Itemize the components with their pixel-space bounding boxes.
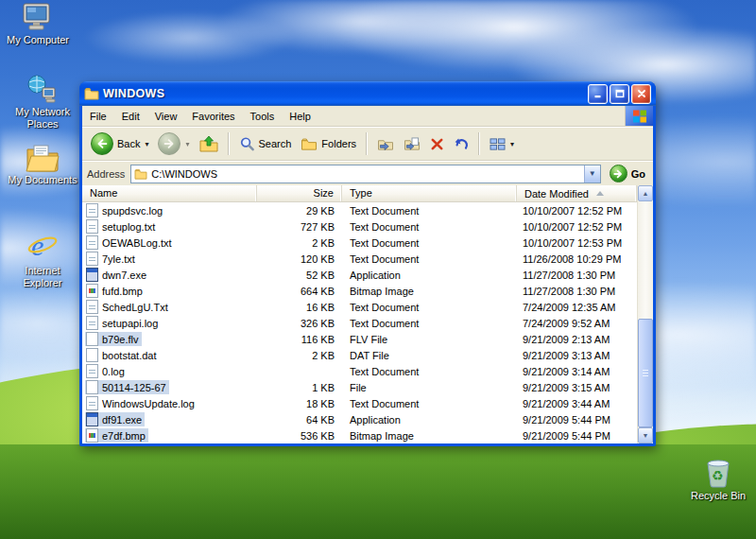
- file-row[interactable]: 0.log Text Document 9/21/2009 3:14 AM: [82, 363, 637, 379]
- file-date-modified: 10/10/2007 12:53 PM: [517, 237, 637, 249]
- file-type: Application: [342, 414, 517, 426]
- forward-dropdown-icon: ▾: [185, 140, 189, 148]
- file-date-modified: 9/21/2009 3:15 AM: [517, 382, 637, 393]
- file-name-box: OEWABLog.txt: [85, 235, 175, 250]
- file-name-box: WindowsUpdate.log: [85, 396, 198, 410]
- scrollbar-thumb[interactable]: [638, 319, 653, 427]
- desktop-icon-internet-explorer[interactable]: e Internet Explorer: [7, 229, 78, 289]
- file-type: Text Document: [342, 253, 517, 265]
- column-header-type[interactable]: Type: [342, 185, 517, 201]
- file-type: Text Document: [342, 366, 517, 377]
- list-header: Name Size Type Date Modified: [82, 185, 637, 202]
- desktop-icon-recycle-bin[interactable]: ♻ Recycle Bin: [682, 456, 754, 502]
- file-size: 16 KB: [257, 302, 342, 313]
- forward-button[interactable]: ▾: [154, 130, 193, 157]
- minimize-button[interactable]: [588, 84, 608, 104]
- file-type: Bitmap Image: [342, 286, 517, 297]
- menu-help[interactable]: Help: [282, 106, 318, 126]
- folders-label: Folders: [321, 138, 356, 149]
- desktop[interactable]: My Computer My Network Places My Documen…: [0, 0, 756, 539]
- address-dropdown-button[interactable]: ▼: [584, 165, 600, 183]
- file-name: OEWABLog.txt: [102, 237, 172, 249]
- file-row[interactable]: fufd.bmp 664 KB Bitmap Image 11/27/2008 …: [82, 283, 637, 299]
- address-combo[interactable]: C:\WINDOWS ▼: [130, 165, 600, 183]
- file-row[interactable]: SchedLgU.Txt 16 KB Text Document 7/24/20…: [82, 299, 637, 315]
- search-icon: [239, 136, 255, 152]
- file-row[interactable]: 50114-125-67 1 KB File 9/21/2009 3:15 AM: [82, 379, 637, 395]
- scroll-up-button[interactable]: ▲: [638, 185, 653, 201]
- back-label: Back: [117, 138, 140, 149]
- scroll-down-button[interactable]: ▼: [638, 427, 653, 443]
- sort-ascending-icon: [596, 191, 604, 196]
- file-size: 326 KB: [257, 318, 342, 329]
- menu-file[interactable]: File: [82, 106, 114, 126]
- maximize-icon: [615, 89, 625, 98]
- file-row[interactable]: e7df.bmp 536 KB Bitmap Image 9/21/2009 5…: [82, 427, 637, 443]
- file-row[interactable]: setupapi.log 326 KB Text Document 7/24/2…: [82, 315, 637, 331]
- file-type-icon: [86, 428, 98, 443]
- desktop-icon-label: Recycle Bin: [682, 490, 754, 502]
- file-row[interactable]: WindowsUpdate.log 18 KB Text Document 9/…: [82, 395, 637, 411]
- file-name: fufd.bmp: [102, 286, 143, 297]
- file-row[interactable]: b79e.flv 116 KB FLV File 9/21/2009 2:13 …: [82, 331, 637, 347]
- file-name-box: 0.log: [85, 364, 128, 378]
- up-button[interactable]: [196, 133, 222, 154]
- file-name-box: SchedLgU.Txt: [85, 300, 171, 314]
- file-row[interactable]: dwn7.exe 52 KB Application 11/27/2008 1:…: [82, 267, 637, 283]
- file-name-box: 7yle.txt: [85, 252, 138, 266]
- search-button[interactable]: Search: [235, 134, 296, 154]
- file-name: dwn7.exe: [102, 270, 146, 281]
- menu-favorites[interactable]: Favorites: [184, 106, 242, 126]
- column-header-date-modified[interactable]: Date Modified: [517, 185, 637, 201]
- file-name: spupdsvc.log: [102, 205, 163, 217]
- column-header-size[interactable]: Size: [257, 185, 342, 201]
- menu-view[interactable]: View: [147, 106, 185, 126]
- move-to-button[interactable]: [373, 135, 398, 153]
- desktop-icon-label: My Network Places: [7, 106, 78, 130]
- maximize-button[interactable]: [610, 84, 629, 104]
- delete-icon: [430, 137, 444, 151]
- back-button[interactable]: Back ▾: [87, 130, 152, 157]
- file-size: 2 KB: [257, 350, 342, 361]
- delete-button[interactable]: [426, 135, 448, 153]
- file-size: 116 KB: [257, 334, 342, 345]
- views-button[interactable]: ▾: [486, 135, 518, 153]
- undo-button[interactable]: [450, 134, 472, 153]
- go-button[interactable]: Go: [607, 165, 648, 183]
- folders-button[interactable]: Folders: [297, 135, 360, 153]
- scrollbar-track[interactable]: [638, 201, 653, 427]
- close-button[interactable]: [631, 84, 651, 104]
- file-date-modified: 11/27/2008 1:30 PM: [517, 270, 637, 281]
- file-type-icon: [86, 380, 98, 394]
- views-dropdown-icon: ▾: [510, 140, 514, 148]
- file-row[interactable]: OEWABLog.txt 2 KB Text Document 10/10/20…: [82, 235, 637, 251]
- desktop-icon-my-documents[interactable]: My Documents: [7, 144, 78, 186]
- column-header-date-label: Date Modified: [524, 188, 589, 200]
- copy-to-button[interactable]: [400, 135, 424, 153]
- search-label: Search: [259, 138, 292, 149]
- desktop-icon-my-computer[interactable]: My Computer: [2, 2, 74, 46]
- file-type: Text Document: [342, 302, 517, 313]
- file-row[interactable]: bootstat.dat 2 KB DAT File 9/21/2009 3:1…: [82, 347, 637, 363]
- file-size: 2 KB: [257, 237, 342, 249]
- file-type-icon: [86, 332, 98, 346]
- file-row[interactable]: df91.exe 64 KB Application 9/21/2009 5:4…: [82, 411, 637, 427]
- file-row[interactable]: spupdsvc.log 29 KB Text Document 10/10/2…: [82, 202, 637, 218]
- views-icon: [490, 137, 506, 151]
- my-computer-icon: [21, 2, 55, 32]
- file-row[interactable]: setuplog.txt 727 KB Text Document 10/10/…: [82, 218, 637, 235]
- desktop-icon-my-network-places[interactable]: My Network Places: [7, 74, 78, 130]
- toolbar: Back ▾ ▾: [82, 127, 653, 161]
- titlebar[interactable]: WINDOWS: [79, 81, 656, 106]
- file-type-icon: [86, 412, 98, 426]
- close-icon: [637, 89, 646, 98]
- file-name-box: setupapi.log: [85, 316, 161, 330]
- menu-edit[interactable]: Edit: [114, 106, 147, 126]
- file-size: 727 KB: [257, 221, 342, 233]
- file-date-modified: 11/27/2008 1:30 PM: [517, 286, 637, 297]
- file-row[interactable]: 7yle.txt 120 KB Text Document 11/26/2008…: [82, 251, 637, 267]
- copy-to-icon: [404, 137, 421, 151]
- menu-tools[interactable]: Tools: [243, 106, 283, 126]
- file-type: Text Document: [342, 237, 517, 249]
- column-header-name[interactable]: Name: [82, 185, 257, 201]
